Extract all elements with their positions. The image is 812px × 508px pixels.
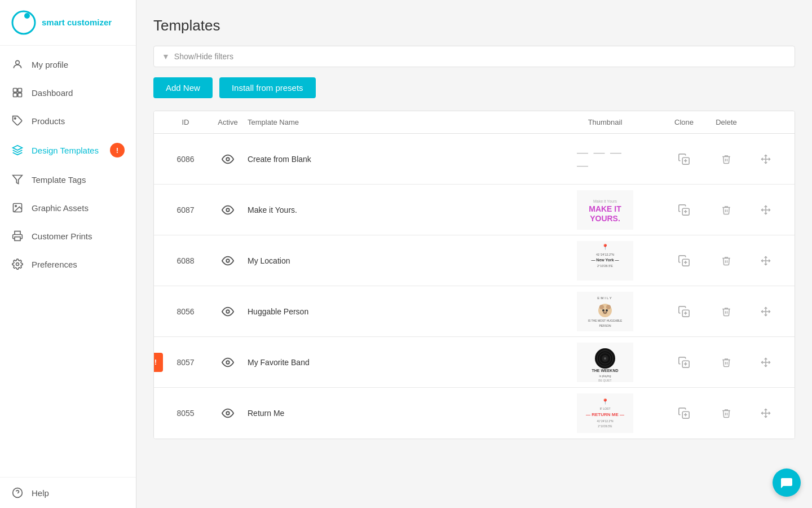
trash-icon <box>721 154 731 164</box>
move-button[interactable] <box>746 154 785 164</box>
row-active[interactable] <box>208 356 248 369</box>
sidebar-item-products[interactable]: Products <box>0 107 136 135</box>
return-me-thumb: 📍 IF LOST — RETURN ME — 41°24'12.2"N 2°1… <box>577 393 633 433</box>
row-active[interactable] <box>208 204 248 216</box>
clone-icon <box>678 407 690 419</box>
sidebar-nav: My profile Dashboard Products <box>0 46 136 477</box>
delete-button[interactable] <box>707 205 746 215</box>
design-templates-badge: ! <box>110 143 125 157</box>
trash-icon <box>721 357 731 367</box>
chat-button[interactable] <box>773 468 801 497</box>
svg-text:IS THE MOST HUGGABLE: IS THE MOST HUGGABLE <box>588 319 623 322</box>
sidebar-item-label: Products <box>32 116 125 126</box>
table-header: ID Active Template Name Thumbnail Clone … <box>154 111 795 134</box>
svg-point-7 <box>15 118 16 120</box>
svg-point-31 <box>226 259 230 262</box>
svg-text:THE WEEKND: THE WEEKND <box>592 369 618 373</box>
delete-button[interactable] <box>707 306 746 317</box>
make-it-yours-thumb: Make it Yours MAKE IT YOURS. <box>577 190 633 230</box>
move-button[interactable] <box>746 306 785 317</box>
row-name[interactable]: Huggable Person <box>248 301 549 322</box>
help-icon <box>11 487 24 499</box>
sidebar-item-template-tags[interactable]: Template Tags <box>0 165 136 194</box>
row-active[interactable] <box>208 407 248 419</box>
row-name[interactable]: My Favorite Band <box>248 352 549 373</box>
table-row: 6087 Make it Yours. Make it Yours MAKE I… <box>154 185 795 235</box>
col-name: Template Name <box>248 118 549 126</box>
svg-marker-8 <box>13 176 23 184</box>
row-name[interactable]: Return Me <box>248 403 549 423</box>
move-icon <box>761 154 771 164</box>
svg-text:YOURS.: YOURS. <box>590 214 620 223</box>
delete-button[interactable] <box>707 256 746 266</box>
add-new-button[interactable]: Add New <box>153 77 213 98</box>
clone-icon <box>678 305 690 318</box>
svg-point-1 <box>24 13 30 19</box>
col-delete: Delete <box>707 118 746 126</box>
svg-point-21 <box>226 208 230 212</box>
row-id: 8055 <box>163 409 208 418</box>
col-id: ID <box>163 118 208 126</box>
row-name[interactable]: Create from Blank <box>248 149 549 169</box>
eye-icon <box>222 305 234 318</box>
sidebar-item-label: My profile <box>32 60 125 69</box>
svg-rect-5 <box>14 93 17 97</box>
clone-button[interactable] <box>661 204 707 216</box>
row-name[interactable]: My Location <box>248 251 549 271</box>
clone-icon <box>678 356 690 369</box>
blank-thumb: — — — — <box>577 146 633 172</box>
svg-point-12 <box>16 263 19 266</box>
move-button[interactable] <box>746 256 785 266</box>
col-thumbnail: Thumbnail <box>549 118 661 126</box>
my-favorite-band-thumb: THE WEEKND is playing BE QUIET <box>577 343 633 382</box>
svg-point-46 <box>599 305 604 309</box>
filter-bar-label: Show/Hide filters <box>174 52 233 61</box>
image-icon <box>11 202 24 214</box>
sidebar-item-customer-prints[interactable]: Customer Prints <box>0 222 136 250</box>
sidebar-item-help[interactable]: Help <box>0 477 136 508</box>
svg-point-42 <box>226 310 230 313</box>
filter-bar[interactable]: ▼ Show/Hide filters <box>153 46 795 67</box>
sidebar-item-graphic-assets[interactable]: Graphic Assets <box>0 194 136 222</box>
table-row: 6088 My Location 📍 41°24'12.2"N — New Yo… <box>154 235 795 286</box>
delete-button[interactable] <box>707 154 746 164</box>
sidebar-item-label: Customer Prints <box>32 231 125 241</box>
trash-icon <box>721 306 731 317</box>
svg-text:EMILY: EMILY <box>597 296 613 300</box>
row-active[interactable] <box>208 153 248 165</box>
row-active[interactable] <box>208 255 248 267</box>
move-button[interactable] <box>746 357 785 367</box>
delete-button[interactable] <box>707 357 746 367</box>
svg-text:41°24'12.2"N: 41°24'12.2"N <box>596 253 614 256</box>
main-content-area: Templates ▼ Show/Hide filters Add New In… <box>136 0 812 508</box>
move-button[interactable] <box>746 205 785 215</box>
sidebar-item-label: Preferences <box>32 260 125 269</box>
svg-point-0 <box>12 11 35 34</box>
row-active[interactable] <box>208 305 248 318</box>
row-id: 6087 <box>163 205 208 214</box>
col-move <box>746 118 785 126</box>
sidebar-item-my-profile[interactable]: My profile <box>0 50 136 78</box>
row-name[interactable]: Make it Yours. <box>248 200 549 220</box>
install-presets-button[interactable]: Install from presets <box>219 77 316 98</box>
clone-button[interactable] <box>661 255 707 267</box>
sidebar-item-preferences[interactable]: Preferences <box>0 250 136 278</box>
row-warning-badge: ! <box>153 353 163 372</box>
clone-button[interactable] <box>661 305 707 318</box>
move-button[interactable] <box>746 408 785 418</box>
table-row: 8055 Return Me 📍 IF LOST — RETURN ME — <box>154 388 795 439</box>
logo-text: smart customizer <box>42 17 112 28</box>
move-icon <box>761 256 771 266</box>
sidebar: smart customizer My profile Dashboard <box>0 0 136 508</box>
eye-icon <box>222 204 234 216</box>
sidebar-item-design-templates[interactable]: Design Templates ! <box>0 135 136 165</box>
svg-text:MAKE IT: MAKE IT <box>589 204 621 213</box>
my-location-thumb: 📍 41°24'12.2"N — New York — 2°10'26.5'E <box>577 241 633 281</box>
delete-button[interactable] <box>707 408 746 418</box>
sidebar-item-dashboard[interactable]: Dashboard <box>0 78 136 107</box>
clone-button[interactable] <box>661 153 707 165</box>
clone-button[interactable] <box>661 407 707 419</box>
svg-rect-4 <box>18 89 22 93</box>
row-id: 8057 <box>163 358 208 367</box>
clone-button[interactable] <box>661 356 707 369</box>
